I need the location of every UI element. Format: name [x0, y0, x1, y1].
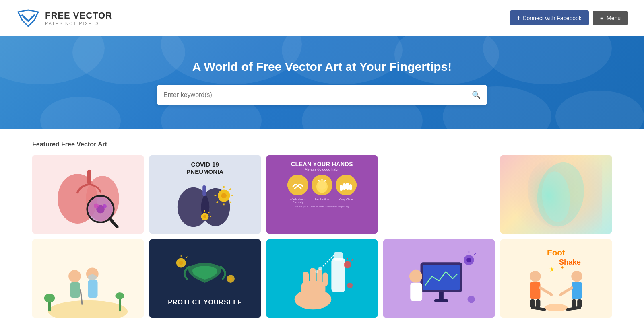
- wash-hands-circle: [287, 175, 308, 195]
- svg-line-32: [318, 180, 320, 181]
- gradient-abstract-illustration: [500, 155, 612, 234]
- clean-circles: [287, 175, 357, 195]
- card-doctor-screen[interactable]: [383, 239, 495, 318]
- clean-title: CLEAN YOUR HANDS: [291, 161, 353, 167]
- svg-marker-0: [18, 10, 38, 26]
- covid-title: COVID-19PNEUMONIA: [186, 161, 223, 175]
- svg-point-8: [94, 203, 99, 208]
- doctor-screen-illustration: [383, 239, 495, 318]
- svg-point-71: [315, 270, 318, 273]
- svg-rect-49: [70, 282, 80, 297]
- clean-subtitle: Always do good habit: [305, 167, 339, 171]
- svg-rect-92: [530, 282, 540, 300]
- svg-point-99: [545, 304, 568, 311]
- svg-point-53: [88, 274, 97, 280]
- lung-illustration: [38, 159, 138, 230]
- svg-point-86: [467, 258, 471, 262]
- clean-labels-row: Wash Hands Properly Use Sanitizer Keep C…: [270, 198, 374, 204]
- foot-shake-illustration: Foot Shake ★: [500, 239, 612, 318]
- svg-rect-64: [310, 268, 316, 286]
- main-content: Featured Free Vector Art: [0, 129, 644, 325]
- svg-rect-52: [88, 280, 97, 298]
- card-protect-yourself[interactable]: PROTECT YOURSELF: [149, 239, 261, 318]
- svg-rect-3: [87, 170, 91, 184]
- covid-lung-illustration: [160, 179, 250, 228]
- svg-line-6: [110, 218, 117, 227]
- header-actions: f Connect with Facebook ≡ Menu: [510, 10, 628, 25]
- sanitizer-hand-illustration: [266, 239, 378, 318]
- menu-button[interactable]: ≡ Menu: [593, 11, 628, 25]
- site-header: FREE VECTOR PATHS NOT PIXELS f Connect w…: [0, 0, 644, 36]
- svg-line-103: [568, 308, 580, 310]
- svg-rect-66: [322, 273, 328, 286]
- svg-rect-97: [572, 299, 576, 308]
- svg-point-57: [179, 261, 183, 265]
- search-button[interactable]: 🔍: [472, 91, 481, 99]
- protect-title: PROTECT YOURSELF: [168, 299, 242, 306]
- svg-line-17: [230, 202, 231, 203]
- card-lung-pink[interactable]: [32, 155, 144, 234]
- svg-point-21: [221, 193, 227, 198]
- sanitizer-circle: [312, 175, 332, 195]
- svg-rect-46: [119, 298, 121, 311]
- logo-icon: [16, 8, 40, 28]
- svg-rect-38: [349, 184, 352, 190]
- svg-rect-68: [334, 252, 343, 261]
- svg-rect-67: [331, 258, 345, 292]
- svg-rect-37: [340, 185, 343, 191]
- cards-row-2: PROTECT YOURSELF: [32, 239, 612, 318]
- facebook-label: Connect with Facebook: [522, 15, 581, 21]
- card-clean-hands[interactable]: CLEAN YOUR HANDS Always do good habit: [266, 155, 378, 234]
- menu-label: Menu: [607, 15, 621, 21]
- svg-point-95: [571, 271, 582, 282]
- card-foot-shake[interactable]: Foot Shake ★: [500, 239, 612, 318]
- label-wash: Wash Hands Properly: [287, 198, 308, 204]
- search-bar[interactable]: 🔍: [157, 85, 487, 105]
- card-covid-pneumonia[interactable]: COVID-19PNEUMONIA: [149, 155, 261, 234]
- logo-title: FREE VECTOR: [45, 10, 112, 21]
- search-input[interactable]: [163, 85, 472, 105]
- svg-point-9: [103, 204, 107, 208]
- svg-point-87: [468, 296, 475, 303]
- svg-rect-12: [203, 185, 206, 196]
- svg-text:★: ★: [549, 265, 555, 273]
- svg-rect-96: [572, 282, 582, 300]
- keep-clean-circle: [336, 175, 357, 195]
- hero-section: A World of Free Vector Art at Your Finge…: [0, 36, 644, 129]
- protect-illustration: [160, 251, 250, 295]
- svg-rect-80: [434, 299, 448, 302]
- svg-line-33: [324, 180, 326, 181]
- card-empty-slot: [383, 155, 495, 234]
- svg-point-81: [409, 270, 422, 283]
- svg-point-48: [68, 269, 81, 282]
- card-people-outdoor[interactable]: [32, 239, 144, 318]
- logo-subtitle: PATHS NOT PIXELS: [45, 21, 112, 26]
- svg-point-30: [318, 180, 326, 190]
- label-sanitizer: Use Sanitizer: [312, 198, 332, 204]
- svg-rect-36: [346, 183, 349, 190]
- logo-area: FREE VECTOR PATHS NOT PIXELS: [16, 8, 112, 28]
- hero-clouds: [0, 36, 644, 129]
- svg-point-43: [48, 300, 128, 318]
- facebook-icon: f: [517, 14, 519, 21]
- people-outdoor-illustration: [32, 247, 144, 318]
- svg-rect-63: [303, 272, 309, 286]
- svg-point-72: [344, 261, 351, 268]
- svg-point-91: [530, 271, 541, 282]
- hero-headline: A World of Free Vector Art at Your Finge…: [192, 60, 452, 74]
- svg-point-75: [347, 283, 353, 288]
- svg-line-56: [186, 257, 188, 258]
- svg-line-102: [533, 308, 545, 310]
- svg-point-26: [203, 215, 206, 218]
- svg-point-59: [229, 277, 232, 280]
- facebook-button[interactable]: f Connect with Facebook: [510, 10, 588, 25]
- card-gradient-abstract[interactable]: [500, 155, 612, 234]
- svg-rect-35: [343, 183, 346, 190]
- svg-rect-82: [411, 283, 423, 301]
- svg-point-45: [44, 294, 55, 302]
- svg-text:✦: ✦: [560, 265, 565, 271]
- logo-text: FREE VECTOR PATHS NOT PIXELS: [45, 10, 112, 26]
- search-icon: 🔍: [472, 91, 481, 99]
- card-sanitizer-hand[interactable]: [266, 239, 378, 318]
- svg-point-70: [318, 267, 322, 270]
